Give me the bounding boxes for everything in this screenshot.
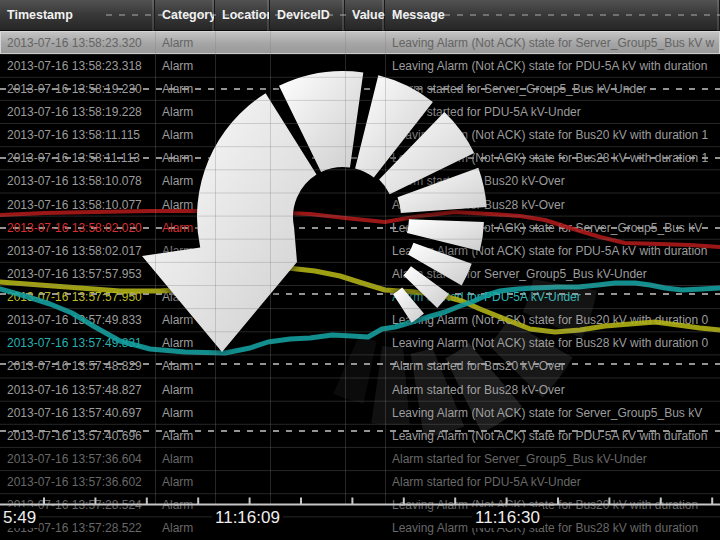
- cell-message: Leaving Alarm (Not ACK) state for Bus28 …: [385, 147, 720, 170]
- cell-location: [215, 309, 270, 332]
- cell-location: [215, 401, 270, 424]
- table-row[interactable]: 2013-07-16 13:57:40.697AlarmLeaving Alar…: [0, 401, 720, 424]
- cell-ts: 2013-07-16 13:57:49.833: [0, 309, 155, 332]
- cell-device: [270, 77, 345, 100]
- cell-message: Leaving Alarm (Not ACK) state for PDU-5A…: [385, 424, 720, 447]
- cell-category: Alarm: [155, 77, 215, 100]
- table-row[interactable]: 2013-07-16 13:58:10.077AlarmAlarm starte…: [0, 193, 720, 216]
- cell-location: [215, 31, 270, 54]
- cell-ts: 2013-07-16 13:58:10.078: [0, 170, 155, 193]
- table-row[interactable]: 2013-07-16 13:58:23.318AlarmLeaving Alar…: [0, 54, 720, 77]
- cell-value: [345, 309, 385, 332]
- time-axis-label: 11:16:09: [212, 507, 283, 528]
- table-row[interactable]: 2013-07-16 13:58:10.078AlarmAlarm starte…: [0, 170, 720, 193]
- cell-device: [270, 193, 345, 216]
- table-row[interactable]: 2013-07-16 13:57:49.831AlarmLeaving Alar…: [0, 332, 720, 355]
- cell-ts: 2013-07-16 13:57:36.604: [0, 447, 155, 470]
- table-row[interactable]: 2013-07-16 13:58:02.020AlarmLeaving Alar…: [0, 216, 720, 239]
- cell-location: [215, 378, 270, 401]
- cell-value: [345, 54, 385, 77]
- cell-category: Alarm: [155, 147, 215, 170]
- alarm-log-screen: TimestampCategoryLocationDeviceIDValueMe…: [0, 0, 720, 540]
- cell-message: Alarm started for Server_Group5_Bus kV-U…: [385, 262, 720, 285]
- cell-device: [270, 124, 345, 147]
- cell-message: Leaving Alarm (Not ACK) state for Bus20 …: [385, 309, 720, 332]
- cell-ts: 2013-07-16 13:57:48.829: [0, 355, 155, 378]
- cell-value: [345, 193, 385, 216]
- cell-ts: 2013-07-16 13:58:10.077: [0, 193, 155, 216]
- cell-device: [270, 216, 345, 239]
- table-row[interactable]: 2013-07-16 13:57:49.833AlarmLeaving Alar…: [0, 309, 720, 332]
- table-row[interactable]: 2013-07-16 13:58:19.228AlarmAlarm starte…: [0, 100, 720, 123]
- cell-message: Alarm started for Server_Group5_Bus kV-U…: [385, 77, 720, 100]
- cell-device: [270, 401, 345, 424]
- cell-device: [270, 378, 345, 401]
- cell-ts: 2013-07-16 13:58:19.230: [0, 77, 155, 100]
- cell-message: Alarm started for Server_Group5_Bus kV-U…: [385, 447, 720, 470]
- cell-message: Leaving Alarm (Not ACK) state for Server…: [385, 401, 720, 424]
- cell-category: Alarm: [155, 401, 215, 424]
- table-row[interactable]: 2013-07-16 13:57:36.602AlarmAlarm starte…: [0, 471, 720, 494]
- cell-category: Alarm: [155, 378, 215, 401]
- table-row[interactable]: 2013-07-16 13:57:28.522AlarmLeaving Alar…: [0, 517, 720, 540]
- cell-device: [270, 54, 345, 77]
- cell-message: Alarm started for Bus28 kV-Over: [385, 378, 720, 401]
- cell-location: [215, 54, 270, 77]
- cell-message: Leaving Alarm (Not ACK) state for PDU-5A…: [385, 54, 720, 77]
- table-header-row: TimestampCategoryLocationDeviceIDValueMe…: [0, 0, 720, 31]
- cell-location: [215, 147, 270, 170]
- cell-ts: 2013-07-16 13:58:11.115: [0, 124, 155, 147]
- cell-category: Alarm: [155, 54, 215, 77]
- cell-value: [345, 31, 385, 54]
- cell-device: [270, 447, 345, 470]
- table-row[interactable]: 2013-07-16 13:57:57.953AlarmAlarm starte…: [0, 262, 720, 285]
- cell-category: Alarm: [155, 494, 215, 517]
- table-row[interactable]: 2013-07-16 13:58:11.115AlarmLeaving Alar…: [0, 124, 720, 147]
- cell-value: [345, 471, 385, 494]
- table-row[interactable]: 2013-07-16 13:57:40.696AlarmLeaving Alar…: [0, 424, 720, 447]
- cell-category: Alarm: [155, 424, 215, 447]
- cell-value: [345, 378, 385, 401]
- cell-value: [345, 424, 385, 447]
- cell-value: [345, 239, 385, 262]
- cell-ts: 2013-07-16 13:57:57.953: [0, 262, 155, 285]
- cell-ts: 2013-07-16 13:57:36.602: [0, 471, 155, 494]
- table-row[interactable]: 2013-07-16 13:57:36.604AlarmAlarm starte…: [0, 447, 720, 470]
- cell-device: [270, 309, 345, 332]
- table-row[interactable]: 2013-07-16 13:58:11.113AlarmLeaving Alar…: [0, 147, 720, 170]
- cell-message: Alarm started for PDU-5A kV-Under: [385, 100, 720, 123]
- cell-location: [215, 262, 270, 285]
- cell-category: Alarm: [155, 31, 215, 54]
- cell-category: Alarm: [155, 239, 215, 262]
- cell-ts: 2013-07-16 13:57:40.696: [0, 424, 155, 447]
- cell-location: [215, 216, 270, 239]
- table-row[interactable]: 2013-07-16 13:57:28.524AlarmLeaving Alar…: [0, 494, 720, 517]
- cell-message: Leaving Alarm (Not ACK) state for Server…: [385, 216, 720, 239]
- table-row[interactable]: 2013-07-16 13:58:23.320AlarmLeaving Alar…: [0, 31, 720, 54]
- cell-ts: 2013-07-16 13:58:02.017: [0, 239, 155, 262]
- cell-category: Alarm: [155, 285, 215, 308]
- cell-device: [270, 170, 345, 193]
- cell-location: [215, 124, 270, 147]
- cell-location: [215, 447, 270, 470]
- table-row[interactable]: 2013-07-16 13:57:48.829AlarmAlarm starte…: [0, 355, 720, 378]
- cell-location: [215, 77, 270, 100]
- cell-device: [270, 262, 345, 285]
- cell-ts: 2013-07-16 13:57:49.831: [0, 332, 155, 355]
- cell-value: [345, 262, 385, 285]
- cell-category: Alarm: [155, 355, 215, 378]
- cell-value: [345, 170, 385, 193]
- cell-ts: 2013-07-16 13:58:23.318: [0, 54, 155, 77]
- header-dashed-gridline: [106, 14, 720, 16]
- cell-device: [270, 239, 345, 262]
- cell-location: [215, 355, 270, 378]
- cell-device: [270, 471, 345, 494]
- table-row[interactable]: 2013-07-16 13:58:02.017AlarmLeaving Alar…: [0, 239, 720, 262]
- cell-ts: 2013-07-16 13:57:48.827: [0, 378, 155, 401]
- table-row[interactable]: 2013-07-16 13:57:57.950AlarmAlarm starte…: [0, 285, 720, 308]
- table-row[interactable]: 2013-07-16 13:58:19.230AlarmAlarm starte…: [0, 77, 720, 100]
- cell-category: Alarm: [155, 447, 215, 470]
- table-row[interactable]: 2013-07-16 13:57:48.827AlarmAlarm starte…: [0, 378, 720, 401]
- cell-value: [345, 124, 385, 147]
- cell-category: Alarm: [155, 193, 215, 216]
